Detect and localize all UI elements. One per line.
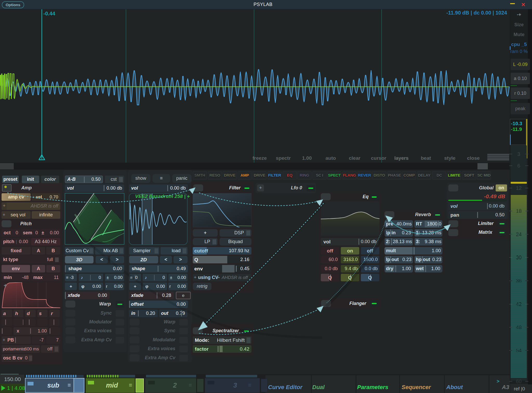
svg-text:+: + (4, 282, 7, 289)
